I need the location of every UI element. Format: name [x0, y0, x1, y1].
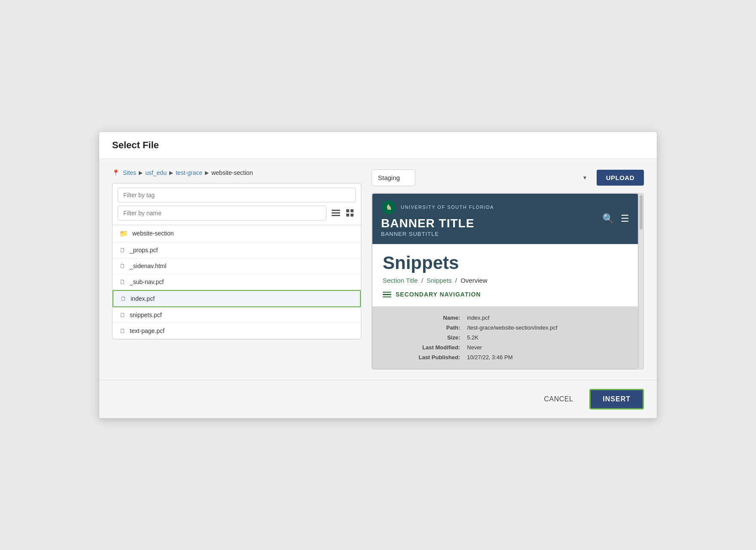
breadcrumb-test-grace[interactable]: test-grace: [176, 169, 202, 176]
dialog-header: Select File: [99, 132, 657, 159]
svg-rect-3: [346, 209, 349, 212]
file-browser: 📁 website-section 🗋 _props.pcf 🗋 _sidena…: [112, 183, 361, 339]
breadcrumb: 📍 Sites ▶ usf_edu ▶ test-grace ▶ website…: [112, 169, 361, 176]
file-name: snippets.pcf: [130, 312, 162, 318]
file-info-table: Name: index.pcf Path: /test-grace/websit…: [381, 312, 629, 363]
preview-breadcrumb-link-2[interactable]: Snippets: [427, 277, 451, 284]
view-icons: [330, 208, 356, 219]
search-icon: 🔍: [602, 213, 614, 224]
preview-breadcrumb-link-1[interactable]: Section Title: [383, 277, 418, 284]
usf-logo: ♞: [381, 200, 396, 215]
file-item[interactable]: 🗋 _props.pcf: [113, 242, 361, 258]
filter-tag-input[interactable]: [118, 188, 356, 202]
select-file-dialog: Select File 📍 Sites ▶ usf_edu ▶ test-gra…: [99, 131, 657, 419]
right-top-bar: Staging Production UPLOAD: [372, 169, 644, 186]
file-name: text-page.pcf: [130, 327, 165, 334]
file-name: _sidenav.html: [130, 263, 166, 269]
file-info-path-value: /test-grace/website-section/index.pcf: [464, 323, 628, 332]
svg-rect-2: [332, 215, 340, 216]
file-info-published-value: 10/27/22, 3:46 PM: [464, 353, 628, 362]
file-item[interactable]: 🗋 snippets.pcf: [113, 307, 361, 323]
preview-frame-wrapper: ♞ UNIVERSITY OF SOUTH FLORIDA BANNER TIT…: [372, 193, 644, 370]
file-info-panel: Name: index.pcf Path: /test-grace/websit…: [372, 306, 638, 369]
file-doc-icon: 🗋: [119, 327, 125, 334]
file-info-published-label: Last Published:: [382, 353, 463, 362]
list-view-button[interactable]: [330, 208, 342, 218]
file-item[interactable]: 🗋 _sub-nav.pcf: [113, 274, 361, 290]
file-name: _props.pcf: [130, 247, 158, 254]
cancel-button[interactable]: CANCEL: [536, 391, 581, 407]
file-list: 📁 website-section 🗋 _props.pcf 🗋 _sidena…: [113, 225, 361, 339]
right-panel: Staging Production UPLOAD ♞: [372, 169, 644, 370]
file-info-modified-row: Last Modified: Never: [382, 343, 628, 352]
file-name: index.pcf: [131, 295, 155, 302]
breadcrumb-sep-2: ▶: [169, 170, 173, 176]
pin-icon: 📍: [112, 169, 119, 176]
file-doc-icon: 🗋: [119, 312, 125, 318]
preview-content: Snippets Section Title / Snippets / Over…: [372, 244, 638, 306]
grid-view-icon: [346, 209, 354, 217]
file-info-modified-label: Last Modified:: [382, 343, 463, 352]
svg-rect-5: [346, 214, 349, 217]
file-name: _sub-nav.pcf: [130, 278, 164, 285]
insert-button[interactable]: INSERT: [589, 389, 644, 409]
file-info-size-value: 5.2K: [464, 333, 628, 342]
filter-name-row: [118, 206, 356, 220]
file-info-path-label: Path:: [382, 323, 463, 332]
file-doc-icon: 🗋: [119, 278, 125, 285]
breadcrumb-usf-edu[interactable]: usf_edu: [145, 169, 167, 176]
file-info-size-row: Size: 5.2K: [382, 333, 628, 342]
usf-banner-top: ♞ UNIVERSITY OF SOUTH FLORIDA: [381, 200, 629, 215]
preview-page-title: Snippets: [383, 253, 628, 273]
upload-button[interactable]: UPLOAD: [597, 170, 644, 186]
scrollbar-thumb[interactable]: [640, 195, 643, 229]
list-view-icon: [332, 210, 340, 217]
svg-rect-6: [351, 214, 354, 217]
menu-icon: ☰: [621, 213, 629, 224]
svg-rect-0: [332, 210, 340, 211]
file-info-name-label: Name:: [382, 313, 463, 322]
left-panel: 📍 Sites ▶ usf_edu ▶ test-grace ▶ website…: [112, 169, 361, 370]
preview-breadcrumb-sep-2: /: [455, 277, 459, 284]
breadcrumb-sites[interactable]: Sites: [123, 169, 136, 176]
preview-secondary-nav: SECONDARY NAVIGATION: [383, 291, 628, 298]
preview-breadcrumb-current: Overview: [460, 277, 488, 284]
file-info-modified-value: Never: [464, 343, 628, 352]
svg-rect-1: [332, 212, 340, 214]
file-item-selected[interactable]: 🗋 index.pcf: [113, 290, 361, 307]
svg-text:♞: ♞: [386, 203, 392, 211]
svg-rect-4: [351, 209, 354, 212]
dialog-footer: CANCEL INSERT: [99, 380, 657, 418]
filter-section: [113, 183, 361, 225]
grid-view-button[interactable]: [344, 208, 356, 219]
preview-breadcrumb: Section Title / Snippets / Overview: [383, 277, 628, 284]
file-info-name-row: Name: index.pcf: [382, 313, 628, 322]
usf-banner-subtitle: BANNER SUBTITLE: [381, 231, 629, 237]
file-info-name-value: index.pcf: [464, 313, 628, 322]
folder-icon: 📁: [119, 229, 128, 238]
usf-banner-title: BANNER TITLE: [381, 217, 629, 230]
file-item[interactable]: 🗋 _sidenav.html: [113, 258, 361, 274]
dialog-body: 📍 Sites ▶ usf_edu ▶ test-grace ▶ website…: [99, 159, 657, 380]
file-item[interactable]: 🗋 text-page.pcf: [113, 323, 361, 339]
staging-select-wrapper: Staging Production: [372, 169, 592, 186]
usf-banner: ♞ UNIVERSITY OF SOUTH FLORIDA BANNER TIT…: [372, 194, 638, 244]
folder-item[interactable]: 📁 website-section: [113, 225, 361, 242]
file-doc-icon: 🗋: [119, 247, 125, 254]
preview-frame: ♞ UNIVERSITY OF SOUTH FLORIDA BANNER TIT…: [372, 193, 638, 370]
scrollbar-track[interactable]: [638, 193, 643, 370]
file-info-size-label: Size:: [382, 333, 463, 342]
breadcrumb-current: website-section: [211, 169, 253, 176]
filter-name-input[interactable]: [118, 206, 326, 220]
file-info-path-row: Path: /test-grace/website-section/index.…: [382, 323, 628, 332]
breadcrumb-sep-3: ▶: [205, 170, 209, 176]
usf-university-name: UNIVERSITY OF SOUTH FLORIDA: [401, 205, 494, 210]
preview-breadcrumb-sep-1: /: [421, 277, 425, 284]
folder-name: website-section: [132, 230, 174, 237]
file-info-published-row: Last Published: 10/27/22, 3:46 PM: [382, 353, 628, 362]
breadcrumb-sep-1: ▶: [139, 170, 143, 176]
file-doc-icon: 🗋: [119, 263, 125, 269]
staging-select[interactable]: Staging Production: [372, 169, 415, 186]
hamburger-icon: [383, 292, 391, 298]
dialog-title: Select File: [112, 140, 644, 151]
